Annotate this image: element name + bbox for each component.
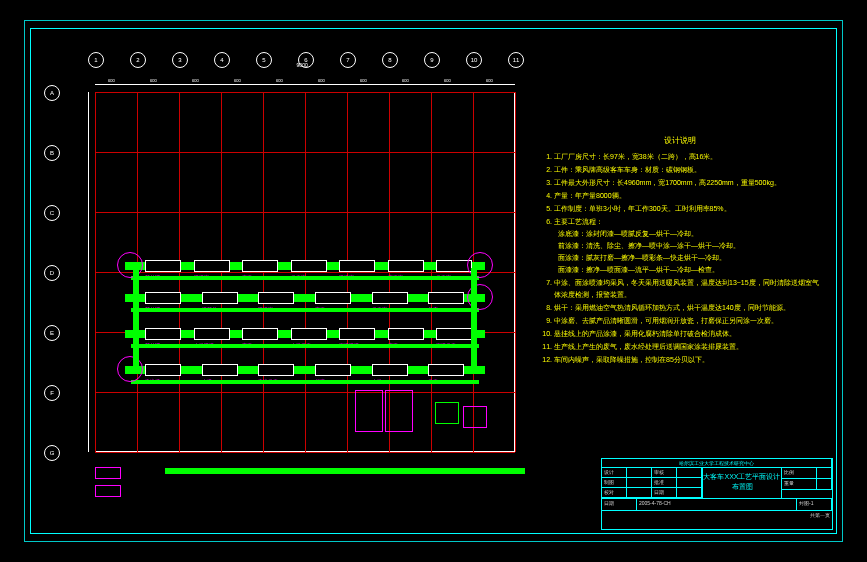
legend-item	[95, 467, 121, 479]
process-line: 前处理中涂喷漆流平中涂烘干面漆喷漆流平面漆烘干	[125, 330, 485, 338]
station-box	[202, 364, 238, 376]
station-box	[202, 292, 238, 304]
row-mark: B	[44, 145, 60, 161]
note-item: 产量：年产量8000辆。	[554, 190, 820, 202]
station-box	[428, 364, 464, 376]
process-line: 前处理喷漆室流平烘干室喷漆室流平室烘干室	[125, 262, 485, 270]
process-line: 电泳槽水洗电泳烘干打磨中涂烘干	[125, 366, 485, 374]
company-name: 哈尔滨工业大学工程技术研究中心	[602, 459, 832, 467]
vertical-conveyor	[133, 268, 139, 368]
note-item: 生产线上产生的废气，废水经处理后送调国家涂装排尿装置。	[554, 341, 820, 353]
row-mark: D	[44, 265, 60, 281]
column-mark: 3	[172, 52, 188, 68]
note-item: 车间内噪声，采取降噪措施，控制在85分贝以下。	[554, 354, 820, 366]
station-box	[315, 292, 351, 304]
row-mark: C	[44, 205, 60, 221]
equipment-box	[355, 390, 383, 432]
station-box	[428, 292, 464, 304]
column-mark: 9	[424, 52, 440, 68]
floor-plan: 前处理喷漆室流平烘干室喷漆室流平室烘干室前处理漆前检喷漆室流平烘干室检查前处理中…	[95, 92, 515, 452]
date-value: 2005-4-78-CH	[637, 499, 797, 510]
station-box	[339, 260, 375, 272]
column-mark: 10	[466, 52, 482, 68]
equipment-detail	[435, 402, 459, 424]
column-mark: 1	[88, 52, 104, 68]
drawing-no: 封图-1	[797, 499, 832, 510]
station-box	[145, 328, 181, 340]
column-mark: 7	[340, 52, 356, 68]
title-block: 哈尔滨工业大学工程技术研究中心 设计审核制图批准校对日期 大客车XXX工艺平面设…	[601, 458, 833, 530]
date-label: 日期	[602, 499, 637, 510]
station-box	[194, 328, 230, 340]
station-box	[388, 328, 424, 340]
row-mark: E	[44, 325, 60, 341]
note-item: 工件最大外形尺寸：长4960mm，宽1700mm，高2250mm，重量500kg…	[554, 177, 820, 189]
station-box	[388, 260, 424, 272]
legend	[95, 465, 155, 479]
note-item: 工厂厂房尺寸：长97米，宽38米（二跨），高16米。	[554, 151, 820, 163]
station-box	[339, 328, 375, 340]
note-item: 悬挂线上的产品涂漆，采用化腐朽清除单打破合检消成体。	[554, 328, 820, 340]
sheet-no: 共第一页	[602, 511, 832, 521]
note-item: 烘干：采用燃油空气热清风循环加热方式，烘干温度达140度，同时节能源。	[554, 302, 820, 314]
station-box	[258, 364, 294, 376]
note-item: 中涂、面涂喷漆均采风，冬天采用送暖风装置，温度达到13~15度，同时清除送烟室气…	[554, 277, 820, 301]
station-box	[145, 260, 181, 272]
vertical-conveyor	[471, 268, 477, 368]
note-item: 中涂磨、去腻产品清晰圆滑，可用烟润开放瓷，打磨保正另同涂一次磨。	[554, 315, 820, 327]
notes-list: 工厂厂房尺寸：长97米，宽38米（二跨），高16米。工件：乘风牌高级客车车身：材…	[540, 151, 820, 366]
station-box	[372, 292, 408, 304]
column-mark: 8	[382, 52, 398, 68]
station-box	[194, 260, 230, 272]
station-box	[315, 364, 351, 376]
column-mark: 2	[130, 52, 146, 68]
design-notes: 设计说明 工厂厂房尺寸：长97米，宽38米（二跨），高16米。工件：乘风牌高级客…	[540, 135, 820, 367]
drawing-title: 大客车XXX工艺平面设计布置图	[703, 468, 782, 498]
column-mark: 6	[298, 52, 314, 68]
column-mark: 5	[256, 52, 272, 68]
station-box	[258, 292, 294, 304]
column-mark: 11	[508, 52, 524, 68]
title-block-signatures: 设计审核制图批准校对日期	[602, 468, 703, 498]
notes-title: 设计说明	[540, 135, 820, 147]
note-item: 工件：乘风牌高级客车车身：材质：碳钢钢板。	[554, 164, 820, 176]
dimension-top: 9000	[95, 68, 515, 90]
note-item: 主要工艺流程： 涂底漆：涂封闭漆—喷腻反复—烘干—冷却。 前涂漆：清洗、除尘、擦…	[554, 216, 820, 276]
equipment-box	[385, 390, 413, 432]
station-box	[436, 328, 472, 340]
dimension-left	[60, 92, 94, 452]
process-line: 前处理漆前检喷漆室流平烘干室检查	[125, 294, 485, 302]
station-box	[291, 260, 327, 272]
row-mark: A	[44, 85, 60, 101]
column-mark: 4	[214, 52, 230, 68]
station-box	[145, 364, 181, 376]
row-mark: F	[44, 385, 60, 401]
title-block-meta: 比例 重量	[782, 468, 832, 498]
station-box	[145, 292, 181, 304]
bottom-conveyor-bar	[165, 468, 525, 474]
legend-item	[95, 485, 121, 497]
station-box	[242, 328, 278, 340]
station-box	[291, 328, 327, 340]
station-box	[242, 260, 278, 272]
station-box	[372, 364, 408, 376]
turntable-icon	[117, 252, 143, 278]
equipment-detail	[463, 406, 487, 428]
note-item: 工作制度：单班3小时，年工作300天。工时利用率85%。	[554, 203, 820, 215]
row-mark: G	[44, 445, 60, 461]
turntable-icon	[117, 356, 143, 382]
